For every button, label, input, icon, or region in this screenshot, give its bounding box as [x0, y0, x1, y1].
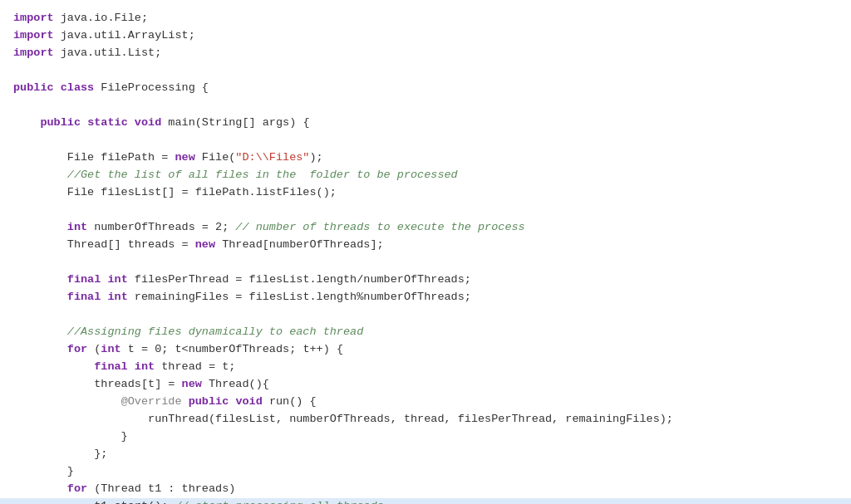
code-token: java.io.File; — [54, 10, 148, 27]
code-token — [13, 272, 67, 289]
code-line: File filesList[] = filePath.listFiles(); — [0, 184, 851, 202]
code-token: public — [189, 394, 229, 411]
code-token: int — [107, 289, 127, 306]
code-token: public — [40, 115, 81, 132]
code-line: int numberOfThreads = 2; // number of th… — [0, 219, 851, 237]
code-token: java.util.List; — [54, 45, 162, 62]
code-token: File( — [195, 149, 236, 167]
code-token: File filesList[] = filePath.listFiles(); — [13, 184, 337, 202]
code-line: final int filesPerThread = filesList.len… — [0, 272, 851, 289]
code-line: for (int t = 0; t<numberOfThreads; t++) … — [0, 341, 851, 359]
code-token: File filePath = — [13, 149, 175, 167]
code-line: public static void main(String[] args) { — [0, 115, 851, 132]
code-line — [0, 254, 851, 272]
code-token: Thread(){ — [202, 376, 269, 394]
code-line: threads[t] = new Thread(){ — [0, 376, 851, 394]
code-line: public class FileProcessing { — [0, 80, 851, 97]
code-line: File filePath = new File("D:\\Files"); — [0, 149, 851, 167]
code-token: } — [13, 428, 128, 446]
code-line — [0, 306, 851, 324]
code-token: new — [182, 376, 202, 394]
code-line: import java.util.ArrayList; — [0, 27, 851, 45]
code-token: run() { — [263, 394, 317, 411]
code-token: // start processing all threads. — [175, 498, 390, 504]
code-line: //Assigning files dynamically to each th… — [0, 324, 851, 341]
code-token — [13, 481, 67, 498]
code-token: int — [67, 219, 87, 237]
code-token: threads[t] = — [13, 376, 182, 394]
code-line: }; — [0, 446, 851, 463]
code-token — [13, 289, 67, 306]
code-token: } — [13, 463, 74, 481]
code-token: for — [67, 481, 87, 498]
code-token: for — [67, 341, 87, 359]
code-token: java.util.ArrayList; — [54, 27, 195, 45]
code-token: filesPerThread = filesList.length/number… — [128, 272, 471, 289]
code-line: t1.start(); // start processing all thre… — [0, 498, 851, 504]
code-token: final — [94, 359, 128, 376]
code-token — [101, 272, 107, 289]
code-token: class — [61, 80, 95, 97]
code-token — [13, 394, 121, 411]
code-token: //Assigning files dynamically to each th… — [67, 324, 363, 341]
code-token: static — [87, 115, 128, 132]
code-token: new — [195, 237, 215, 254]
code-token — [101, 289, 107, 306]
code-line — [0, 202, 851, 219]
code-token: thread = t; — [155, 359, 235, 376]
code-token — [128, 359, 135, 376]
code-line: } — [0, 463, 851, 481]
code-token: void — [135, 115, 161, 132]
code-token: new — [175, 149, 194, 167]
code-token: import — [13, 27, 54, 45]
code-token: FileProcessing { — [94, 80, 209, 97]
code-token — [128, 115, 135, 132]
code-token — [13, 115, 40, 132]
code-token: import — [13, 10, 54, 27]
code-token — [13, 324, 67, 341]
code-token: public — [13, 80, 54, 97]
code-line: for (Thread t1 : threads) — [0, 481, 851, 498]
code-token: main(String[] args) { — [161, 115, 309, 132]
code-token: numberOfThreads = 2; — [87, 219, 235, 237]
code-token: t = 0; t<numberOfThreads; t++) { — [121, 341, 343, 359]
code-line: runThread(filesList, numberOfThreads, th… — [0, 411, 851, 428]
code-token: remainingFiles = filesList.length%number… — [128, 289, 471, 306]
code-line: import java.util.List; — [0, 45, 851, 62]
code-token: ); — [309, 149, 322, 167]
code-token: int — [107, 272, 127, 289]
code-token: int — [101, 341, 121, 359]
code-line — [0, 132, 851, 149]
code-line: @Override public void run() { — [0, 394, 851, 411]
code-line: } — [0, 428, 851, 446]
code-token — [13, 219, 67, 237]
code-line: import java.io.File; — [0, 10, 851, 27]
code-token — [182, 394, 189, 411]
code-editor: import java.io.File;import java.util.Arr… — [0, 0, 851, 504]
code-token: final — [67, 272, 101, 289]
code-token: //Get the list of all files in the folde… — [67, 167, 458, 184]
code-line: //Get the list of all files in the folde… — [0, 167, 851, 184]
code-token — [13, 341, 67, 359]
code-token — [13, 167, 67, 184]
code-token: ( — [87, 341, 101, 359]
code-token — [13, 359, 94, 376]
code-token: Thread[] threads = — [13, 237, 195, 254]
code-token: @Override — [121, 394, 182, 411]
code-token: "D:\\Files" — [235, 149, 309, 167]
code-line — [0, 97, 851, 115]
code-token — [54, 80, 61, 97]
code-token — [229, 394, 235, 411]
code-line: Thread[] threads = new Thread[numberOfTh… — [0, 237, 851, 254]
code-token: (Thread t1 : threads) — [87, 481, 235, 498]
code-token: // number of threads to execute the proc… — [235, 219, 524, 237]
code-token: }; — [13, 446, 107, 463]
code-token — [81, 115, 87, 132]
code-token: void — [235, 394, 262, 411]
code-token: int — [135, 359, 155, 376]
code-line — [0, 62, 851, 80]
code-token: t1.start(); — [13, 498, 175, 504]
code-line: final int thread = t; — [0, 359, 851, 376]
code-token: Thread[numberOfThreads]; — [215, 237, 384, 254]
code-token: final — [67, 289, 101, 306]
